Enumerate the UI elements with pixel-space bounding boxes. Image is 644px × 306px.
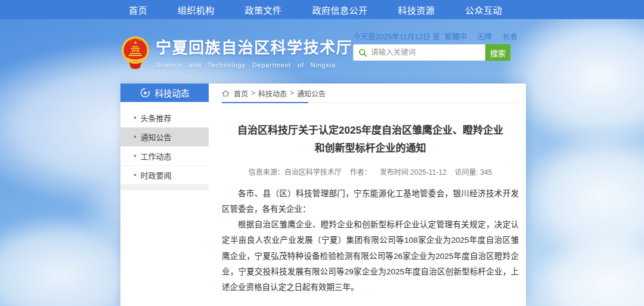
breadcrumb-separator: > (290, 89, 294, 97)
sidebar-title: 科技动态 (155, 86, 190, 99)
top-nav-item[interactable]: 组织机构 (178, 4, 215, 16)
article-paragraph: 根据自治区雏鹰企业、瞪羚企业和创新型标杆企业认定管理有关规定，决定认定半亩良人农… (222, 217, 519, 296)
sidebar-menu-item[interactable]: • 头条推荐 (120, 109, 209, 128)
top-nav-item[interactable]: 政府信息公开 (312, 4, 367, 16)
top-nav-list: 首页组织机构政策文件政府信息公开科技资源公众互动 (129, 0, 502, 19)
bullet-dot-icon: • (134, 152, 137, 160)
sidebar-menu-item[interactable]: • 工作动态 (120, 147, 209, 166)
sidebar-item-label: 通知公告 (141, 131, 172, 143)
bullet-dot-icon: • (134, 171, 137, 180)
breadcrumb-separator: > (251, 89, 255, 97)
article-body: 各市、县（区）科技管理部门，宁东能源化工基地管委会，银川经济技术开发区管委会，各… (222, 186, 519, 296)
meta-source: 信息来源：自治区科学技术厅 (249, 168, 342, 177)
cloud-decoration (531, 233, 644, 306)
breadcrumb-list: 首页 > 科技动态 > 通知公告 > (234, 88, 326, 98)
tech-news-star-icon (140, 88, 150, 98)
top-nav-item[interactable]: 首页 (129, 4, 147, 16)
breadcrumb-item[interactable]: 首页 > (234, 88, 258, 98)
meta-published: 发布时间:2025-11-12 (380, 168, 447, 177)
sidebar-menu: • 头条推荐 • 通知公告 • 工作动态 • 时政要闻 (120, 109, 209, 185)
article-title-line: 自治区科技厅关于认定2025年度自治区雏鹰企业、瞪羚企业 (222, 122, 519, 140)
article-paragraph: 各市、县（区）科技管理部门，宁东能源化工基地管委会，银川经济技术开发区管委会，各… (222, 186, 519, 218)
home-icon (222, 89, 230, 97)
sidebar-item-label: 头条推荐 (141, 112, 172, 123)
breadcrumb-label: 通知公告 (297, 88, 326, 98)
site-title-block: 宁夏回族自治区科学技术厅 Science and Technology Depa… (156, 36, 352, 70)
top-nav-item[interactable]: 公众互动 (465, 4, 502, 16)
article-title: 自治区科技厅关于认定2025年度自治区雏鹰企业、瞪羚企业和创新型标杆企业的通知 (222, 122, 519, 157)
cloud-decoration (519, 131, 644, 262)
article-meta: 信息来源：自治区科学技术厅作者：发布时间:2025-11-12访问量: 345 (222, 166, 519, 177)
sidebar-menu-item[interactable]: • 通知公告 (120, 128, 209, 147)
national-emblem-logo (120, 36, 150, 70)
sidebar-item-label: 时政要闻 (141, 169, 172, 181)
bullet-dot-icon: • (134, 132, 137, 141)
breadcrumb-active-underline (222, 102, 308, 103)
breadcrumb-label: 科技动态 (258, 88, 287, 98)
article-title-line: 和创新型标杆企业的通知 (222, 140, 519, 157)
search-bar: 搜索 (353, 44, 510, 61)
top-nav-item[interactable]: 政策文件 (245, 4, 282, 16)
breadcrumb: 首页 > 科技动态 > 通知公告 > (222, 84, 519, 103)
sidebar-footer-strip (120, 185, 209, 190)
search-button[interactable]: 搜索 (485, 44, 510, 61)
sidebar-item-label: 工作动态 (141, 150, 172, 162)
page-background: 首页组织机构政策文件政府信息公开科技资源公众互动 (0, 0, 644, 306)
site-title: 宁夏回族自治区科学技术厅 (156, 39, 352, 57)
sidebar-header: 科技动态 (120, 84, 209, 102)
meta-author: 作者： (350, 168, 371, 177)
search-box (353, 44, 485, 61)
top-navigation-bar: 首页组织机构政策文件政府信息公开科技资源公众互动 (0, 0, 644, 19)
bullet-dot-icon: • (134, 113, 137, 122)
sidebar-menu-item[interactable]: • 时政要闻 (120, 166, 209, 185)
sidebar: 科技动态 • 头条推荐 • 通知公告 • 工作动态 • 时政要闻 (120, 84, 209, 190)
article-area: 首页 > 科技动态 > 通知公告 > 自治区科技厅关于认定2025年度自治区雏鹰… (222, 84, 519, 306)
content-panel: 科技动态 • 头条推荐 • 通知公告 • 工作动态 • 时政要闻 (120, 84, 526, 306)
breadcrumb-item[interactable]: 通知公告 > (297, 88, 326, 98)
site-header: 宁夏回族自治区科学技术厅 Science and Technology Depa… (120, 36, 352, 70)
breadcrumb-item[interactable]: 科技动态 > (258, 88, 297, 98)
search-input[interactable] (371, 48, 477, 57)
top-nav-item[interactable]: 科技资源 (398, 4, 435, 16)
site-subtitle: Science and Technology Department of Nin… (156, 61, 352, 69)
breadcrumb-label: 首页 (234, 88, 248, 98)
search-icon (358, 48, 367, 57)
meta-visits: 访问量: 345 (455, 168, 493, 177)
